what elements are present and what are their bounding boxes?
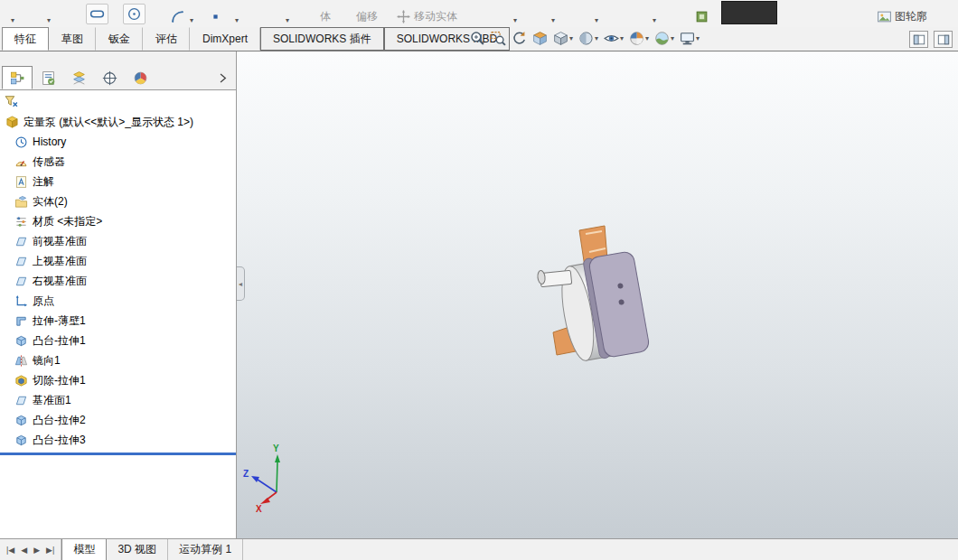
- doc-tabs: 模型3D 视图运动算例 1: [61, 539, 243, 560]
- tree-item[interactable]: 切除-拉伸1: [0, 370, 236, 390]
- edit-appearance-dropdown[interactable]: ▾: [645, 35, 649, 42]
- command-tab-3[interactable]: 钣金: [96, 27, 143, 51]
- sketch-picture-button[interactable]: 图轮廓: [877, 9, 927, 24]
- graphics-area[interactable]: Y Z X ◄: [237, 51, 958, 538]
- tool-dropdown-1[interactable]: ▾: [11, 17, 14, 24]
- toggle-left-pane[interactable]: [909, 31, 928, 48]
- tree-filter-button[interactable]: [2, 92, 21, 111]
- command-tab-2[interactable]: 草图: [49, 27, 96, 51]
- dimxpertmanager-tab[interactable]: [94, 66, 125, 89]
- tree-item[interactable]: 凸台-拉伸1: [0, 331, 236, 350]
- zoom-area-button[interactable]: [489, 30, 508, 47]
- doc-tab-nav-4[interactable]: ▶|: [44, 545, 56, 555]
- slot-button[interactable]: [86, 4, 108, 24]
- tree-item[interactable]: 拉伸-薄壁1: [0, 311, 236, 331]
- tree-item[interactable]: 材质 <未指定>: [0, 211, 236, 231]
- previous-view-button[interactable]: [510, 30, 529, 47]
- featuremanager-tab[interactable]: [2, 66, 33, 89]
- view-orientation-icon: [553, 31, 568, 46]
- hide-show-items-button[interactable]: ▾: [602, 30, 625, 47]
- section-view-button[interactable]: [531, 30, 549, 47]
- toggle-right-pane[interactable]: [934, 31, 953, 48]
- command-tab-1[interactable]: 特征: [2, 27, 49, 51]
- model-3d[interactable]: [526, 214, 725, 413]
- view-orientation-dropdown[interactable]: ▾: [569, 35, 573, 42]
- display-style-dropdown[interactable]: ▾: [595, 35, 598, 42]
- tool-dropdown-2[interactable]: ▾: [47, 17, 51, 24]
- panel-collapse-handle[interactable]: ◄: [237, 266, 245, 301]
- arc-dropdown-glyph: ▾: [190, 17, 193, 24]
- view-settings-icon: [680, 31, 695, 46]
- move-entities-dropdown[interactable]: ▾: [513, 17, 517, 24]
- panel-flyout-chevron[interactable]: [212, 68, 232, 88]
- thin-extrude-icon: [14, 314, 28, 328]
- tree-item-label: 凸台-拉伸1: [33, 333, 86, 349]
- doc-tab-nav-1[interactable]: |◀: [5, 545, 16, 555]
- arc-button[interactable]: [170, 9, 185, 24]
- sensors-icon: [14, 155, 28, 169]
- part-icon: [5, 116, 19, 129]
- tree-item[interactable]: 前视基准面: [0, 231, 236, 251]
- rollback-bar[interactable]: [0, 453, 236, 455]
- tree-item[interactable]: 凸台-拉伸3: [0, 430, 236, 450]
- circle-button[interactable]: [123, 4, 146, 24]
- command-tab-4[interactable]: 评估: [143, 27, 190, 51]
- tree-item-label: 上视基准面: [33, 254, 87, 269]
- apply-scene-dropdown[interactable]: ▾: [671, 35, 674, 42]
- tool-dropdown-6-glyph: ▾: [653, 17, 656, 24]
- tree-item-label: 传感器: [33, 154, 65, 170]
- tool-dropdown-5[interactable]: ▾: [595, 17, 598, 24]
- triad-z-label: Z: [243, 469, 249, 479]
- tree-item[interactable]: 定量泵 (默认<<默认>_显示状态 1>): [0, 112, 236, 132]
- point-icon: [208, 9, 223, 24]
- apply-scene-button[interactable]: ▾: [653, 30, 676, 47]
- offset-entities-button[interactable]: 偏移: [356, 9, 378, 24]
- tree-item[interactable]: 传感器: [0, 152, 236, 172]
- tree-item[interactable]: 实体(2): [0, 191, 236, 211]
- arc-dropdown[interactable]: ▾: [190, 17, 193, 24]
- zoom-area-icon: [491, 31, 506, 46]
- configurationmanager-tab[interactable]: [63, 66, 94, 89]
- view-settings-dropdown[interactable]: ▾: [696, 35, 700, 42]
- zoom-fit-button[interactable]: [468, 30, 487, 47]
- tree-item[interactable]: 镜向1: [0, 350, 236, 370]
- doc-tab-2[interactable]: 3D 视图: [107, 539, 168, 560]
- doc-tab-nav-2[interactable]: ◀: [19, 545, 29, 555]
- tree-item[interactable]: 原点: [0, 291, 236, 311]
- propertymanager-tab[interactable]: [33, 66, 63, 89]
- command-tab-5[interactable]: DimXpert: [190, 27, 260, 51]
- tree-item[interactable]: History: [0, 132, 236, 152]
- command-tab-6[interactable]: SOLIDWORKS 插件: [260, 27, 384, 51]
- instant3d-button[interactable]: [694, 9, 709, 24]
- history-icon: [14, 135, 28, 149]
- tool-dropdown-6[interactable]: ▾: [653, 17, 656, 24]
- tree-item[interactable]: 基准面1: [0, 390, 236, 410]
- boss-extrude-icon: [14, 414, 28, 427]
- solid-bodies-icon: [14, 195, 28, 209]
- tool-dropdown-3[interactable]: ▾: [286, 17, 289, 24]
- view-settings-button[interactable]: ▾: [678, 30, 701, 47]
- tool-dropdown-4[interactable]: ▾: [551, 17, 555, 24]
- displaymanager-tab[interactable]: [125, 66, 155, 89]
- tree-item[interactable]: 凸台-拉伸2: [0, 410, 236, 430]
- hide-show-items-dropdown[interactable]: ▾: [620, 35, 624, 42]
- move-entities-button[interactable]: 移动实体: [396, 9, 457, 24]
- tree-item[interactable]: 右视基准面: [0, 271, 236, 291]
- view-orientation-button[interactable]: ▾: [551, 30, 575, 47]
- display-style-button[interactable]: ▾: [577, 30, 600, 47]
- doc-tab-nav-3[interactable]: ▶: [32, 545, 42, 555]
- cfg-tab-icon: [71, 70, 87, 86]
- doc-tab-3[interactable]: 运动算例 1: [168, 539, 243, 560]
- point-button[interactable]: [208, 9, 223, 24]
- instant3d-icon: [694, 9, 709, 24]
- pane-left-icon: [913, 33, 925, 46]
- edit-appearance-button[interactable]: ▾: [627, 30, 651, 47]
- apply-scene-icon: [654, 31, 670, 46]
- tree-item[interactable]: 注解: [0, 172, 236, 191]
- doc-tab-1[interactable]: 模型: [61, 539, 107, 560]
- shaft[interactable]: [537, 270, 572, 287]
- section-view-icon: [532, 31, 548, 46]
- tree-item[interactable]: 上视基准面: [0, 251, 236, 271]
- entities-tool-button[interactable]: 体: [320, 9, 331, 24]
- point-dropdown[interactable]: ▾: [235, 17, 239, 24]
